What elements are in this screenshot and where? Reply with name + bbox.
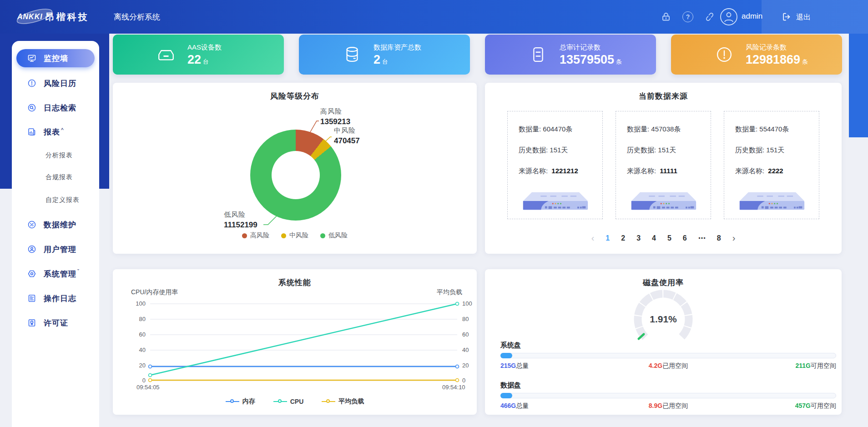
legend-item-low[interactable]: 低风险 [320, 231, 348, 240]
y-tick-right: 0 [462, 377, 481, 384]
sidebar-item-user-management[interactable]: 用户管理 [12, 240, 99, 258]
y-tick-right: 40 [462, 347, 481, 353]
legend-item-mid[interactable]: 中风险 [281, 231, 308, 240]
stat-title: 数据库资产总数 [373, 43, 421, 52]
search-circle-icon [27, 103, 36, 112]
y-tick-left: 0 [126, 377, 146, 384]
logout-button[interactable]: 退出 [762, 0, 868, 34]
sidebar-item-license[interactable]: 许可证 [12, 314, 99, 332]
pagination-page-1[interactable]: 1 [606, 234, 610, 242]
sidebar-item-compliance-report[interactable]: 合规报表 [12, 168, 99, 186]
sidebar-nav: 监控墙 风险日历 日志检索 报表 ^ [12, 41, 99, 427]
pagination-next-button[interactable]: › [732, 233, 736, 243]
data-source-panel: 当前数据来源 数据量: 604470条 历史数据: 151天 来源名称: 122… [485, 83, 842, 254]
disk-used: 8.9G [649, 402, 662, 409]
sidebar-item-monitor-wall[interactable]: 监控墙 [16, 49, 95, 67]
sidebar-item-label: 报表 [44, 127, 60, 137]
disk-stats-system: 215G总量 4.2G已用空间 211G可用空间 [500, 362, 836, 370]
legend-item-high[interactable]: 高风险 [242, 231, 269, 240]
sidebar-item-label: 用户管理 [44, 244, 76, 255]
legend-item-load[interactable]: 平均负载 [322, 397, 364, 406]
stat-card-risk-records: 风险记录条数 12981869条 [671, 35, 842, 75]
report-chart-icon [27, 127, 36, 136]
disk-free: 211G [796, 362, 811, 369]
sidebar-item-label: 系统管理 [44, 269, 76, 279]
pagination-page-2[interactable]: 2 [621, 234, 625, 242]
sidebar-item-operation-log[interactable]: 操作日志 [12, 289, 99, 307]
pagination-page-3[interactable]: 3 [636, 234, 641, 242]
stat-title: 总审计记录数 [560, 43, 622, 52]
lock-icon[interactable] [661, 11, 671, 22]
link-icon[interactable] [704, 11, 715, 22]
sidebar-subitem-label: 合规报表 [45, 173, 73, 181]
sidebar-item-label: 监控墙 [44, 53, 68, 64]
x-axis-start-label: 09:54:05 [136, 384, 160, 391]
disk-progress-system [500, 353, 836, 358]
y-tick-right: 60 [462, 331, 481, 338]
field-label: 历史数据: [735, 146, 764, 154]
pagination-prev-button[interactable]: ‹ [591, 233, 595, 243]
pagination-page-4[interactable]: 4 [652, 234, 656, 242]
logout-label: 退出 [796, 13, 811, 22]
database-icon [343, 45, 362, 64]
legend-dot [281, 233, 286, 238]
top-header-bar: ANKKI 昂楷科技 离线分析系统 ? [0, 0, 868, 34]
legend-line-glyph [226, 399, 239, 404]
disk-free-label: 可用空间 [811, 362, 836, 369]
stat-title: 风险记录条数 [746, 43, 808, 52]
sidebar-item-log-search[interactable]: 日志检索 [12, 99, 99, 117]
sidebar-item-label: 操作日志 [44, 293, 76, 304]
panel-title: 风险等级分布 [113, 91, 477, 101]
brand-logo: ANKKI 昂楷科技 [17, 8, 99, 25]
monitor-icon [27, 54, 36, 63]
callout-name: 中风险 [334, 126, 360, 135]
callout-value: 11152199 [224, 221, 257, 230]
disk-progress-fill [500, 393, 512, 398]
disk-usage-panel: 磁盘使用率 1.91% 系统盘 215G总量 4.2G已用空间 211G可用空间… [485, 269, 842, 415]
stat-value: 22 [187, 53, 201, 66]
sidebar-item-label: 许可证 [44, 318, 68, 328]
help-icon[interactable]: ? [682, 11, 693, 22]
pagination-page-8[interactable]: 8 [717, 234, 721, 242]
field-label: 数据量: [627, 125, 649, 133]
system-performance-panel: 系统性能 CPU/内存使用率 平均负载 100 80 60 40 [113, 269, 477, 415]
risk-level-panel: 风险等级分布 高风险 1359213 中风险 470457 低风险 111521… [113, 83, 477, 254]
pagination-page-6[interactable]: 6 [683, 234, 687, 242]
audit-document-icon [529, 45, 548, 64]
sidebar-item-data-maintenance[interactable]: 数据维护 [12, 216, 99, 234]
source-name: 1221212 [551, 167, 578, 175]
y-tick-left: 80 [126, 316, 146, 322]
user-avatar[interactable] [720, 8, 738, 26]
source-card: 数据量: 554470条 历史数据: 151天 来源名称: 2222 [724, 111, 819, 219]
device-drawer-icon [156, 45, 176, 64]
sidebar-item-custom-report[interactable]: 自定义报表 [12, 191, 99, 209]
right-backdrop [849, 34, 868, 137]
sidebar-item-risk-calendar[interactable]: 风险日历 [12, 74, 99, 92]
legend-item-cpu[interactable]: CPU [273, 397, 304, 406]
callout-value: 1359213 [320, 117, 350, 126]
disk-used-label: 已用空间 [662, 362, 688, 369]
app-title: 离线分析系统 [114, 12, 160, 22]
field-label: 数据量: [735, 125, 757, 133]
sidebar-item-system-management[interactable]: 系统管理 ˇ [12, 265, 99, 283]
y-tick-right: 80 [462, 316, 481, 322]
field-value: 604470条 [543, 125, 572, 133]
logo-brand-text: ANKKI [17, 13, 43, 21]
legend-label: CPU [290, 398, 304, 405]
logout-icon [782, 12, 792, 22]
sidebar-item-reports[interactable]: 报表 ^ [12, 123, 99, 141]
stat-card-aas-devices: AAS设备数 22台 [113, 35, 284, 75]
user-circle-icon [27, 245, 36, 254]
legend-item-memory[interactable]: 内存 [226, 397, 255, 406]
x-axis-end-label: 09:54:10 [442, 384, 465, 391]
license-badge-icon [27, 318, 36, 327]
callout-high-risk: 高风险 1359213 [320, 107, 350, 126]
expand-caret: ^ [61, 127, 64, 133]
stat-unit: 台 [203, 58, 209, 65]
pagination-ellipsis[interactable]: ⋯ [698, 234, 706, 242]
donut-legend: 高风险 中风险 低风险 [113, 231, 477, 240]
stat-unit: 条 [616, 58, 622, 65]
pagination-page-5[interactable]: 5 [667, 234, 671, 242]
y-tick-left: 20 [126, 362, 146, 369]
sidebar-item-analysis-report[interactable]: 分析报表 [12, 146, 99, 165]
